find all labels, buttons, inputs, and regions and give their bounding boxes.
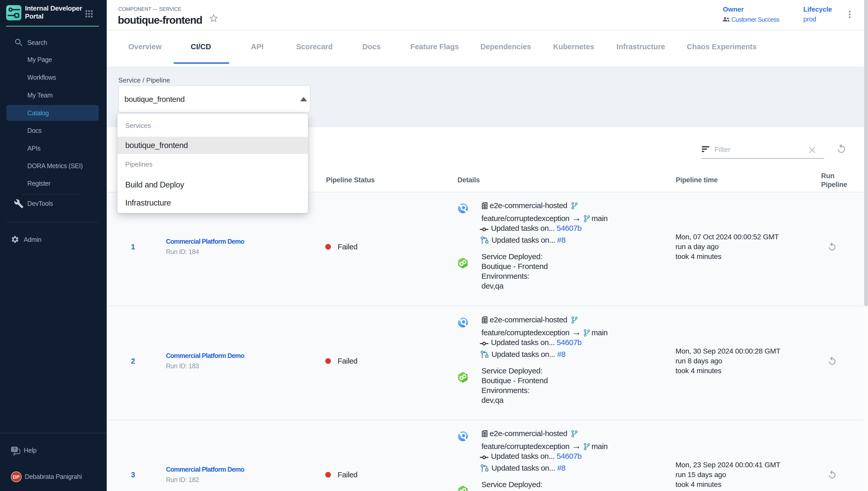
svg-text:?: ? (13, 447, 16, 452)
